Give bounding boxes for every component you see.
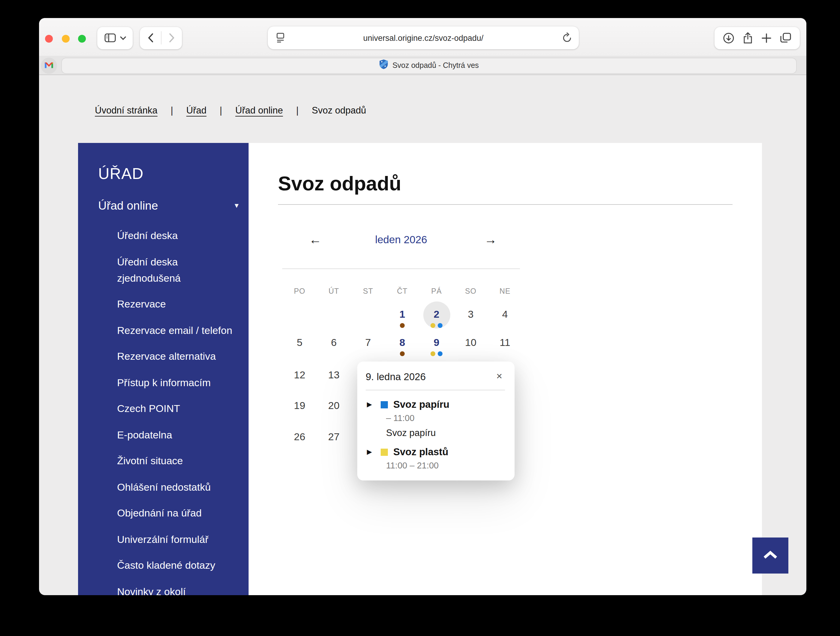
sidebar-item[interactable]: Ohlášení nedostatků xyxy=(117,479,232,495)
sidebar-item[interactable]: Úřední deskazjednodušená xyxy=(117,254,232,286)
calendar-day-cell[interactable]: 19 xyxy=(282,399,317,413)
day-number: 19 xyxy=(294,399,305,413)
event-time: – 11:00 xyxy=(386,413,505,423)
divider xyxy=(282,269,520,269)
sidebar-item[interactable]: Czech POINT xyxy=(117,400,232,417)
sidebar-item[interactable]: Životní situace xyxy=(117,453,232,469)
history-nav-group xyxy=(140,27,182,49)
calendar-day-cell[interactable]: 1 xyxy=(385,307,420,328)
calendar-day-cell[interactable]: 27 xyxy=(316,430,351,445)
event-dots xyxy=(431,351,442,356)
sidebar-item[interactable]: Často kladené dotazy xyxy=(117,557,232,574)
event-color-square-icon xyxy=(381,448,388,456)
day-number: 4 xyxy=(502,307,508,322)
calendar-day-cell[interactable]: 9 xyxy=(419,336,454,356)
day-number: 26 xyxy=(294,430,305,445)
brown-event-dot-icon xyxy=(400,323,405,328)
event-dots xyxy=(400,351,405,356)
expand-triangle-icon[interactable]: ▶ xyxy=(367,448,375,456)
sidebar-item[interactable]: Objednání na úřad xyxy=(117,505,232,521)
event-name: Svoz papíru xyxy=(393,399,449,410)
share-button[interactable] xyxy=(743,32,753,44)
sidebar-item[interactable]: Rezervace alternativa xyxy=(117,348,232,365)
close-window-button[interactable] xyxy=(45,35,53,42)
minimize-window-button[interactable] xyxy=(62,35,69,42)
calendar-day-cell[interactable]: 5 xyxy=(282,336,317,350)
chevron-up-icon xyxy=(764,550,777,561)
calendar-day-cell[interactable]: 10 xyxy=(453,336,488,350)
close-icon[interactable]: ✕ xyxy=(494,370,505,383)
sidebar-item[interactable]: Novinky z okolí xyxy=(117,584,232,595)
sidebar-submenu: Úřední deskaÚřední deskazjednodušenáReze… xyxy=(117,228,232,595)
popup-event-header[interactable]: ▶Svoz papíru xyxy=(366,399,505,410)
sidebar-item[interactable]: Úřední deska xyxy=(117,228,232,244)
breadcrumb-separator: | xyxy=(296,105,298,116)
sidebar-item[interactable]: Rezervace email / telefon xyxy=(117,322,232,339)
sidebar-icon xyxy=(104,33,115,43)
pinned-tab-gmail[interactable] xyxy=(41,57,57,74)
sidebar-item[interactable]: Rezervace xyxy=(117,296,232,312)
breadcrumb-item[interactable]: Úřad online xyxy=(235,105,283,116)
tab-overview-button[interactable] xyxy=(780,32,791,43)
active-tab[interactable]: Svoz odpadů - Chytrá ves xyxy=(61,57,797,74)
sidebar-item-urad-online[interactable]: Úřad online ▼ xyxy=(98,198,240,214)
yellow-event-dot-icon xyxy=(431,323,435,328)
zoom-window-button[interactable] xyxy=(78,35,86,42)
caret-down-icon: ▼ xyxy=(233,198,240,214)
blue-event-dot-icon xyxy=(438,323,442,328)
expand-triangle-icon[interactable]: ▶ xyxy=(367,400,375,408)
event-name: Svoz plastů xyxy=(393,446,448,458)
sidebar-toggle-button[interactable] xyxy=(97,27,133,49)
browser-toolbar: universal.origine.cz/svoz-odpadu/ xyxy=(39,18,806,56)
sidebar-item[interactable]: Univerzální formulář xyxy=(117,531,232,547)
tab-strip: Svoz odpadů - Chytrá ves xyxy=(39,56,806,75)
calendar-day-cell[interactable]: 7 xyxy=(351,336,385,350)
sidebar-item[interactable]: Přístup k informacím xyxy=(117,375,232,391)
weekday-label: ČT xyxy=(385,287,420,296)
breadcrumb: Úvodní stránka|Úřad|Úřad online|Svoz odp… xyxy=(95,104,366,117)
breadcrumb-item[interactable]: Úvodní stránka xyxy=(95,105,158,116)
breadcrumb-item[interactable]: Úřad xyxy=(186,105,207,116)
day-number: 6 xyxy=(331,336,337,350)
scroll-to-top-button[interactable] xyxy=(752,538,788,574)
calendar-day-cell[interactable]: 12 xyxy=(282,368,317,383)
breadcrumb-separator: | xyxy=(171,105,173,116)
new-tab-button[interactable] xyxy=(761,33,772,43)
calendar-next-month-button[interactable]: → xyxy=(480,231,501,248)
calendar-day-cell[interactable]: 20 xyxy=(316,399,351,413)
page-title: Svoz odpadů xyxy=(278,171,401,196)
calendar-day-popup: 9. ledna 2026 ✕ ▶Svoz papíru– 11:00Svoz … xyxy=(357,362,515,481)
popup-event-header[interactable]: ▶Svoz plastů xyxy=(366,446,505,458)
back-button[interactable] xyxy=(140,27,161,49)
sidebar-item[interactable]: E-podatelna xyxy=(117,427,232,443)
downloads-button[interactable] xyxy=(723,32,734,44)
day-number: 27 xyxy=(328,430,339,445)
browser-window: universal.origine.cz/svoz-odpadu/ xyxy=(39,18,806,595)
event-description: Svoz papíru xyxy=(386,427,505,438)
address-bar[interactable]: universal.origine.cz/svoz-odpadu/ xyxy=(268,27,579,49)
breadcrumb-separator: | xyxy=(220,105,222,116)
calendar-day-cell[interactable]: 8 xyxy=(385,336,420,356)
popup-event-list: ▶Svoz papíru– 11:00Svoz papíru▶Svoz plas… xyxy=(366,399,505,471)
breadcrumb-item: Svoz odpadů xyxy=(312,105,366,116)
calendar-day-cell[interactable]: 2 xyxy=(419,307,454,328)
calendar-day-cell[interactable]: 26 xyxy=(282,430,317,445)
tab-title: Svoz odpadů - Chytrá ves xyxy=(392,61,479,70)
calendar-day-cell[interactable]: 6 xyxy=(316,336,351,350)
weekday-label: ST xyxy=(351,287,385,296)
calendar-day-cell[interactable]: 13 xyxy=(316,368,351,383)
brown-event-dot-icon xyxy=(400,351,405,356)
calendar-day-cell[interactable]: 3 xyxy=(453,307,488,322)
sidebar-parent-label: Úřad online xyxy=(98,198,158,214)
forward-button[interactable] xyxy=(161,27,182,49)
weekday-label: PO xyxy=(282,287,317,296)
reload-icon[interactable] xyxy=(563,32,572,43)
site-favicon-shield-icon xyxy=(379,59,388,71)
calendar-header: ← leden 2026 → xyxy=(282,231,520,248)
day-number: 7 xyxy=(365,336,371,350)
event-color-square-icon xyxy=(381,401,388,408)
popup-date-title: 9. ledna 2026 xyxy=(366,370,426,383)
calendar-day-cell[interactable]: 4 xyxy=(488,307,523,322)
page-format-icon[interactable] xyxy=(276,32,285,43)
calendar-day-cell[interactable]: 11 xyxy=(488,336,523,350)
